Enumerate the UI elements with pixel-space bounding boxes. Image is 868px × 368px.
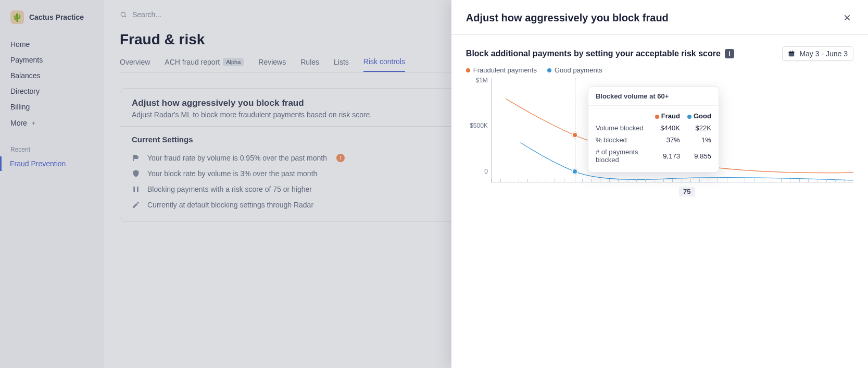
tooltip-table: Fraud Good Volume blocked $440K $22K % b… xyxy=(588,106,719,172)
tooltip-row-fraud: $440K xyxy=(649,124,680,132)
tab-risk-controls[interactable]: Risk controls xyxy=(363,52,405,72)
shield-icon xyxy=(132,169,141,178)
alpha-badge: Alpha xyxy=(223,58,244,66)
chart-tooltip: Blocked volume at 60+ Fraud Good Volume … xyxy=(588,87,719,173)
legend-good: Good payments xyxy=(547,66,602,74)
warning-icon: ! xyxy=(336,154,345,162)
panel-subtitle: Block additional payments by setting you… xyxy=(466,49,734,58)
tooltip-col-fraud: Fraud xyxy=(649,112,680,120)
svg-rect-2 xyxy=(133,187,135,192)
hover-line xyxy=(575,78,575,182)
y-axis-labels: $1M $500K 0 xyxy=(466,78,490,177)
ylabel-mid: $500K xyxy=(470,122,488,129)
nav-item-home[interactable]: Home xyxy=(0,36,104,52)
tab-rules[interactable]: Rules xyxy=(300,53,319,71)
nav-item-directory[interactable]: Directory xyxy=(0,83,104,99)
setting-text: Blocking payments with a risk score of 7… xyxy=(147,185,312,193)
adjust-panel: Adjust how aggressively you block fraud … xyxy=(451,0,868,368)
tooltip-row-fraud: 9,173 xyxy=(649,152,680,160)
chart[interactable]: $1M $500K 0 xyxy=(466,78,853,182)
flag-icon xyxy=(132,154,141,162)
svg-rect-7 xyxy=(789,52,795,53)
date-range-button[interactable]: May 3 - June 3 xyxy=(782,46,853,61)
nav-more-label: More xyxy=(10,119,27,127)
svg-rect-3 xyxy=(137,187,139,192)
plus-icon: ＋ xyxy=(30,118,37,128)
nav-item-more[interactable]: More ＋ xyxy=(0,115,104,131)
x-ticks xyxy=(492,179,853,182)
panel-header: Adjust how aggressively you block fraud xyxy=(451,0,868,35)
primary-nav: Home Payments Balances Directory Billing… xyxy=(0,33,104,134)
calendar-icon xyxy=(788,50,795,57)
tab-reviews[interactable]: Reviews xyxy=(258,53,286,71)
hover-point-fraud xyxy=(572,132,578,138)
threshold-marker[interactable]: 75 xyxy=(679,187,695,197)
panel-title: Adjust how aggressively you block fraud xyxy=(466,12,669,24)
brand[interactable]: 🌵 Cactus Practice xyxy=(0,8,104,33)
close-button[interactable] xyxy=(841,11,853,24)
panel-subtitle-text: Block additional payments by setting you… xyxy=(466,49,721,58)
dot-icon xyxy=(466,68,470,72)
sidebar: 🌵 Cactus Practice Home Payments Balances… xyxy=(0,0,104,368)
recent-label: Recent xyxy=(0,134,104,156)
date-range-label: May 3 - June 3 xyxy=(799,50,848,58)
tooltip-title: Blocked volume at 60+ xyxy=(588,87,719,106)
svg-rect-8 xyxy=(790,51,790,52)
setting-text: Currently at default blocking settings t… xyxy=(147,201,313,209)
dot-icon xyxy=(547,68,551,72)
tooltip-row: # of payments blocked 9,173 9,855 xyxy=(596,146,711,166)
legend-fraud-label: Fraudulent payments xyxy=(473,66,537,74)
nav-item-payments[interactable]: Payments xyxy=(0,52,104,68)
tab-overview[interactable]: Overview xyxy=(120,53,150,71)
panel-body: Block additional payments by setting you… xyxy=(451,35,868,368)
recent-item-fraud-prevention[interactable]: Fraud Prevention xyxy=(0,156,104,171)
search-placeholder: Search... xyxy=(132,10,161,19)
pencil-icon xyxy=(132,201,141,209)
svg-line-1 xyxy=(125,16,127,18)
setting-text: Your block rate by volume is 3% over the… xyxy=(147,169,317,178)
close-icon xyxy=(843,14,851,22)
nav-item-billing[interactable]: Billing xyxy=(0,99,104,115)
search-icon xyxy=(120,11,127,18)
tooltip-row-good: 9,855 xyxy=(683,152,711,160)
info-icon[interactable]: i xyxy=(725,49,734,58)
tooltip-row-good: 1% xyxy=(683,136,711,144)
search-input[interactable]: Search... xyxy=(120,10,161,19)
ylabel-top: $1M xyxy=(476,77,488,84)
setting-text: Your fraud rate by volume is 0.95% over … xyxy=(147,154,327,162)
nav-item-balances[interactable]: Balances xyxy=(0,68,104,83)
slider-icon xyxy=(132,185,141,193)
svg-rect-9 xyxy=(792,51,793,52)
brand-logo: 🌵 xyxy=(10,10,24,24)
tab-lists[interactable]: Lists xyxy=(334,53,349,71)
tooltip-row-fraud: 37% xyxy=(649,136,680,144)
tooltip-row: % blocked 37% 1% xyxy=(596,134,711,146)
ylabel-bot: 0 xyxy=(484,168,488,175)
tooltip-row-label: Volume blocked xyxy=(596,124,646,132)
tab-ach-fraud-report[interactable]: ACH fraud report Alpha xyxy=(165,53,244,71)
legend-good-label: Good payments xyxy=(555,66,602,74)
tooltip-row-label: % blocked xyxy=(596,136,646,144)
tooltip-row-good: $22K xyxy=(683,124,711,132)
tooltip-col-good: Good xyxy=(683,112,711,120)
tab-ach-label: ACH fraud report xyxy=(165,58,220,66)
tooltip-row: Volume blocked $440K $22K xyxy=(596,122,711,134)
svg-point-0 xyxy=(121,12,125,16)
tooltip-row-label: # of payments blocked xyxy=(596,148,646,164)
legend-fraud: Fraudulent payments xyxy=(466,66,537,74)
legend: Fraudulent payments Good payments xyxy=(466,66,853,74)
hover-point-good xyxy=(572,168,578,175)
brand-name: Cactus Practice xyxy=(29,13,84,21)
